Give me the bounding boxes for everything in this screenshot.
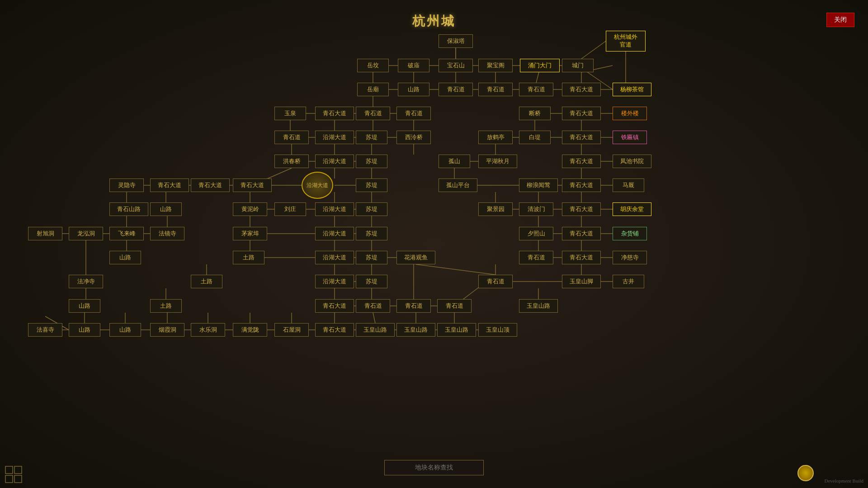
map-node[interactable]: 青石大道 <box>191 178 230 192</box>
close-button[interactable]: 关闭 <box>826 13 854 27</box>
map-node[interactable]: 土路 <box>150 299 182 313</box>
map-node[interactable]: 山路 <box>109 323 141 337</box>
map-node[interactable]: 岳坟 <box>357 59 389 72</box>
map-node[interactable]: 净慈寺 <box>613 251 647 264</box>
map-node[interactable]: 青石大道 <box>150 178 189 192</box>
map-node[interactable]: 楼外楼 <box>613 107 647 120</box>
map-node[interactable]: 聚景园 <box>478 202 513 216</box>
map-node[interactable]: 苏堤 <box>356 131 387 144</box>
map-node[interactable]: 杨柳茶馆 <box>613 83 651 96</box>
map-node[interactable]: 沿湖大道 <box>315 227 354 240</box>
map-node[interactable]: 沿湖大道 <box>315 131 354 144</box>
map-node[interactable]: 青石道 <box>519 251 553 264</box>
map-node[interactable]: 水乐洞 <box>191 323 225 337</box>
map-node[interactable]: 苏堤 <box>356 251 387 264</box>
map-node[interactable]: 断桥 <box>519 107 551 120</box>
map-node[interactable]: 龙泓洞 <box>69 227 103 240</box>
map-node[interactable]: 土路 <box>191 275 222 288</box>
map-node[interactable]: 青石道 <box>519 83 553 96</box>
map-node[interactable]: 白堤 <box>519 131 551 144</box>
map-node[interactable]: 青石山路 <box>109 202 148 216</box>
map-node[interactable]: 玉皇山路 <box>519 299 558 313</box>
map-node[interactable]: 青石道 <box>356 107 390 120</box>
map-node[interactable]: 沿湖大道 <box>302 172 333 199</box>
map-node[interactable]: 飞来峰 <box>109 227 144 240</box>
map-node[interactable]: 沿湖大道 <box>315 202 354 216</box>
map-node[interactable]: 玉皇山路 <box>396 323 435 337</box>
map-node[interactable]: 刘庄 <box>274 202 306 216</box>
map-node[interactable]: 石屋洞 <box>274 323 309 337</box>
map-node[interactable]: 玉皇山路 <box>356 323 395 337</box>
map-node[interactable]: 灵隐寺 <box>109 178 144 192</box>
map-node[interactable]: 青石大道 <box>562 202 601 216</box>
map-node[interactable]: 玉皇山路 <box>437 323 476 337</box>
map-node[interactable]: 柳浪闻莺 <box>519 178 558 192</box>
map-node[interactable]: 青石大道 <box>562 227 601 240</box>
map-node[interactable]: 山路 <box>150 202 182 216</box>
map-node[interactable]: 保淑塔 <box>439 34 473 48</box>
map-node[interactable]: 西泠桥 <box>396 131 431 144</box>
map-node[interactable]: 沿湖大道 <box>315 275 354 288</box>
map-node[interactable]: 黄泥岭 <box>233 202 267 216</box>
map-node[interactable]: 青石道 <box>437 299 472 313</box>
map-node[interactable]: 杭州城外 官道 <box>606 31 646 52</box>
map-node[interactable]: 放鹤亭 <box>478 131 513 144</box>
map-node[interactable]: 玉泉 <box>274 107 306 120</box>
map-node[interactable]: 沿湖大道 <box>315 251 354 264</box>
map-node[interactable]: 城门 <box>562 59 594 72</box>
map-node[interactable]: 青石道 <box>478 275 513 288</box>
map-node[interactable]: 土路 <box>233 251 264 264</box>
map-node[interactable]: 山路 <box>109 251 141 264</box>
map-node[interactable]: 青石大道 <box>562 251 601 264</box>
map-node[interactable]: 青石道 <box>396 299 431 313</box>
map-node[interactable]: 射旭洞 <box>28 227 62 240</box>
map-node[interactable]: 马厩 <box>613 178 644 192</box>
map-node[interactable]: 涌门大门 <box>520 59 560 72</box>
map-node[interactable]: 古井 <box>613 275 644 288</box>
map-node[interactable]: 青石道 <box>478 83 513 96</box>
map-node[interactable]: 法净寺 <box>69 275 103 288</box>
map-node[interactable]: 青石大道 <box>315 299 354 313</box>
map-node[interactable]: 玉皇山脚 <box>562 275 601 288</box>
map-node[interactable]: 茅家埠 <box>233 227 267 240</box>
map-node[interactable]: 山路 <box>398 83 429 96</box>
map-node[interactable]: 青石大道 <box>315 323 354 337</box>
map-node[interactable]: 青石道 <box>439 83 473 96</box>
map-node[interactable]: 青石道 <box>356 299 390 313</box>
map-node[interactable]: 玉皇山顶 <box>478 323 517 337</box>
map-node[interactable]: 苏堤 <box>356 178 387 192</box>
map-node[interactable]: 沿湖大道 <box>315 155 354 168</box>
map-node[interactable]: 胡庆余堂 <box>613 202 651 216</box>
map-node[interactable]: 山路 <box>69 323 100 337</box>
map-node[interactable]: 青石大道 <box>562 107 601 120</box>
map-node[interactable]: 烟霞洞 <box>150 323 184 337</box>
map-node[interactable]: 青石大道 <box>562 83 601 96</box>
map-node[interactable]: 山路 <box>69 299 100 313</box>
map-node[interactable]: 苏堤 <box>356 275 387 288</box>
map-node[interactable]: 青石大道 <box>562 131 601 144</box>
map-node[interactable]: 满觉陇 <box>233 323 267 337</box>
map-node[interactable]: 法镜寺 <box>150 227 184 240</box>
map-node[interactable]: 花港观鱼 <box>396 251 435 264</box>
map-node[interactable]: 青石大道 <box>233 178 272 192</box>
map-node[interactable]: 青石大道 <box>562 178 601 192</box>
map-node[interactable]: 青石大道 <box>562 155 601 168</box>
map-node[interactable]: 孤山 <box>439 155 470 168</box>
search-input[interactable] <box>384 460 484 475</box>
map-node[interactable]: 法喜寺 <box>28 323 62 337</box>
map-node[interactable]: 杂货铺 <box>613 227 647 240</box>
map-node[interactable]: 铁匾镇 <box>613 131 647 144</box>
map-node[interactable]: 苏堤 <box>356 227 387 240</box>
map-node[interactable]: 青石道 <box>274 131 309 144</box>
map-node[interactable]: 岳廟 <box>357 83 389 96</box>
map-node[interactable]: 平湖秋月 <box>478 155 517 168</box>
map-node[interactable]: 清波门 <box>519 202 553 216</box>
map-node[interactable]: 破庙 <box>398 59 429 72</box>
map-node[interactable]: 聚宝阁 <box>478 59 513 72</box>
map-node[interactable]: 宝石山 <box>439 59 473 72</box>
map-node[interactable]: 孤山平台 <box>439 178 477 192</box>
map-node[interactable]: 青石大道 <box>315 107 354 120</box>
map-node[interactable]: 苏堤 <box>356 202 387 216</box>
map-node[interactable]: 夕照山 <box>519 227 553 240</box>
map-node[interactable]: 青石道 <box>396 107 431 120</box>
